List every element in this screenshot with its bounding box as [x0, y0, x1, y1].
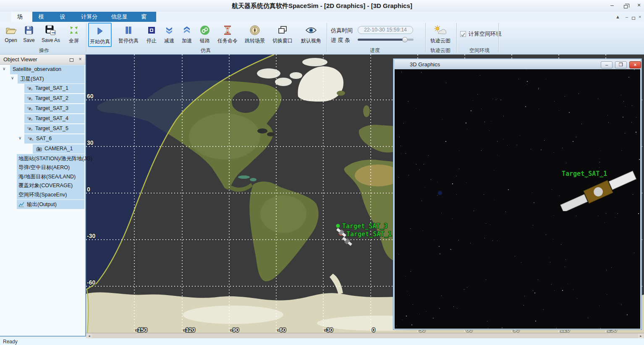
lon-label: -150 [136, 327, 147, 333]
save-floppy-icon [24, 24, 34, 36]
compute-space-env-checkbox[interactable]: 计算空间环境 [460, 30, 501, 38]
viewport-3d[interactable]: Target_SAT_1 [395, 69, 640, 329]
lat-label: 0 [87, 186, 90, 193]
compass-icon [250, 24, 260, 36]
tab-scene[interactable]: 场景 [11, 12, 32, 22]
ribbon-separator [327, 23, 327, 52]
child-close-icon[interactable]: × [639, 14, 641, 19]
hourglass-icon [223, 24, 232, 36]
stop-button[interactable]: 停止 [144, 23, 159, 47]
save-as-floppy-icon [45, 24, 56, 36]
tab-analysis[interactable]: 计算分析 [75, 12, 105, 22]
save-as-button[interactable]: Save As [39, 23, 63, 47]
group-label-simulate: 仿真 [191, 47, 220, 54]
slow-down-button[interactable]: 减速 [161, 23, 177, 47]
group-label-env: 空间环境 [465, 47, 494, 54]
tree-item-sat-group[interactable]: ∨ 卫星(SAT) [0, 74, 85, 84]
fullscreen-button[interactable]: 全屏 [65, 23, 82, 47]
default-view-button[interactable]: 默认视角 [298, 23, 324, 47]
child-restore-icon[interactable] [632, 16, 635, 21]
lat-label: -30 [87, 233, 95, 239]
object-viewer-panel: Object Viewer × ∨ Satellite_observation … [0, 55, 86, 337]
satellite-icon [27, 116, 33, 122]
lat-label: -60 [87, 279, 95, 286]
scroll-left-icon[interactable]: ◄ [86, 334, 92, 338]
lon-label: -30 [325, 327, 333, 333]
ribbon-toolbar: Open Save Save As 全屏 开始仿真 暂停仿 [0, 22, 644, 55]
open-folder-icon [5, 24, 16, 36]
satellite-3d-label: Target_SAT_1 [562, 170, 607, 178]
minimize-icon[interactable]: – [608, 2, 616, 9]
cloud-track-button[interactable]: 轨迹云图 [427, 23, 453, 47]
pin-icon[interactable] [68, 56, 75, 63]
status-bar: Ready [0, 338, 644, 345]
restore-icon[interactable]: ❒ [615, 61, 627, 68]
lon-label: 0 [372, 327, 375, 333]
camera-icon [36, 146, 42, 152]
tree-item-target-sat-2[interactable]: Target_SAT_2 [0, 94, 85, 103]
double-chevron-up-icon [183, 24, 191, 36]
play-icon [96, 25, 104, 37]
window-3d-title-bar[interactable]: 3D Graphics – ❒ × [395, 60, 640, 69]
tree-item-sea-land[interactable]: 海/地面目标(SEA/LAND) [0, 172, 85, 181]
jump-scene-button[interactable]: 跳转场景 [242, 23, 268, 47]
progress-thumb[interactable] [402, 37, 408, 42]
tab-window[interactable]: 窗口 [135, 12, 156, 22]
tree-item-space-env[interactable]: 空间环境(SpaceEnv) [0, 190, 85, 199]
tab-model[interactable]: 模型 [32, 12, 54, 22]
ribbon-separator [456, 23, 457, 52]
group-label-operate: 操作 [29, 47, 59, 54]
map-marker-label: Target_SAT_3 [342, 222, 387, 230]
tree-item-aero[interactable]: 导弹/空中目标(AERO) [0, 163, 85, 172]
progress-slider[interactable] [358, 36, 414, 44]
horizontal-scrollbar[interactable]: ◄ ► [86, 333, 644, 338]
ribbon-separator [86, 23, 86, 52]
tab-settings[interactable]: 设置 [54, 12, 75, 22]
switch-window-button[interactable]: 切换窗口 [270, 23, 296, 47]
lon-label: -120 [183, 327, 195, 333]
chevron-down-icon[interactable]: ∨ [11, 76, 14, 80]
tree-item-output[interactable]: 输出(Output) [0, 200, 85, 209]
chevron-down-icon[interactable]: ∨ [3, 66, 5, 71]
link-button[interactable]: 链路 [196, 23, 213, 47]
ribbon-separator [498, 23, 499, 52]
tree-item-root[interactable]: ∨ Satellite_observation [0, 65, 85, 74]
speed-up-button[interactable]: 加速 [179, 23, 195, 47]
panel-close-icon[interactable]: × [77, 56, 84, 63]
ribbon-collapse-icon[interactable]: ▲ [615, 14, 620, 19]
map-marker-label: Target_SAT_1 [346, 230, 392, 238]
chevron-down-icon[interactable]: ∨ [18, 136, 21, 140]
restore-icon[interactable] [621, 2, 630, 9]
tree-item-coverage[interactable]: 覆盖对象(COVERAGE) [0, 181, 85, 190]
close-icon[interactable]: × [635, 2, 643, 9]
object-viewer-title: Object Viewer [3, 56, 37, 63]
tree-item-target-sat-3[interactable]: Target_SAT_3 [0, 104, 85, 113]
pause-sim-button[interactable]: 暂停仿真 [114, 23, 143, 47]
sim-time-field[interactable]: 22-10-30 15:59:14 [358, 26, 413, 34]
lon-label: -90 [230, 327, 239, 333]
link-icon [200, 24, 210, 36]
save-button[interactable]: Save [21, 23, 37, 47]
scroll-right-icon[interactable]: ► [638, 334, 644, 338]
tree-item-sat-6[interactable]: ∨ SAT_6 [0, 134, 85, 144]
tree-item-target-sat-4[interactable]: Target_SAT_4 [0, 114, 85, 123]
close-icon[interactable]: × [629, 61, 641, 68]
windows-stack-icon [277, 24, 288, 36]
tab-info-display[interactable]: 信息显示 [105, 12, 135, 22]
open-button[interactable]: Open [3, 23, 19, 47]
minimize-icon[interactable]: – [601, 61, 613, 68]
window-3d-graphics: 3D Graphics – ❒ × Target_SAT_1 [393, 58, 642, 330]
lon-label: -60 [277, 327, 286, 333]
satellite-icon [27, 106, 33, 112]
lat-label: 60 [87, 93, 94, 99]
tree-item-station[interactable]: 地面站(STATION)/激光阵地(JG) [0, 154, 85, 163]
child-minimize-icon[interactable]: – [626, 14, 628, 19]
task-command-button[interactable]: 任务命令 [215, 23, 240, 47]
tree-item-camera-1[interactable]: CAMERA_1 [0, 144, 85, 154]
tree-item-target-sat-1[interactable]: Target_SAT_1 [0, 84, 85, 93]
start-sim-button[interactable]: 开始仿真 [88, 23, 112, 47]
title-bar: 航天器系统仿真软件SpaceSim - [2D Graphics] - [3D … [0, 0, 644, 12]
tree-item-target-sat-5[interactable]: Target_SAT_5 [0, 124, 85, 133]
lat-label: 30 [87, 139, 94, 146]
earth-dot [438, 191, 442, 195]
